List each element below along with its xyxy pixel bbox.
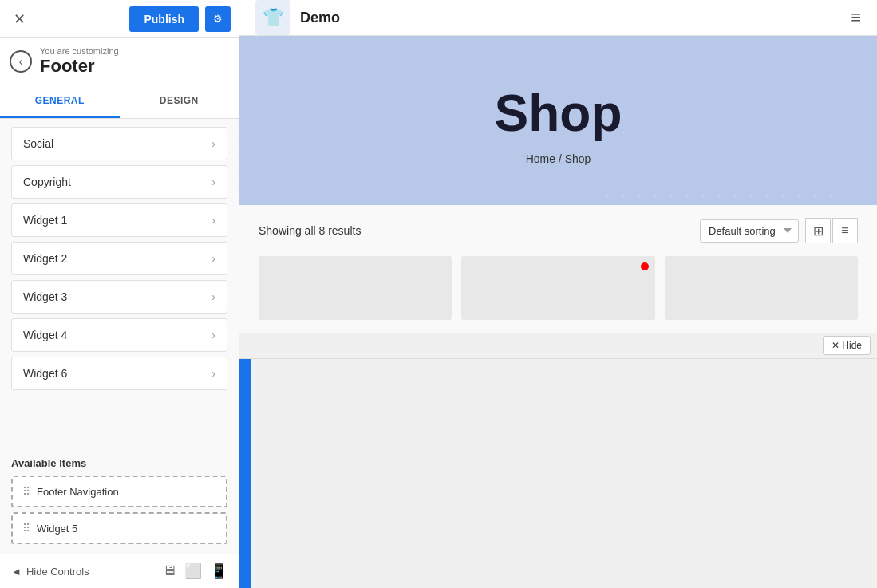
menu-item-widget1[interactable]: Widget 1 › [11, 203, 227, 237]
menu-item-widget3[interactable]: Widget 3 › [11, 280, 227, 314]
footer-row-1: ⚙ ⠿ Widget 4 ⚙ ⬜ ✕ ⠿ Widget 3 ⚙ ⬜ ✕ [239, 358, 877, 588]
view-toggle: ⊞ ≡ [805, 218, 858, 243]
hide-button[interactable]: ✕ Hide [823, 336, 871, 355]
back-button[interactable]: ‹ [10, 50, 32, 73]
menu-item-label: Social [23, 137, 53, 150]
desktop-icon[interactable]: 🖥 [162, 562, 176, 580]
drag-handle-icon: ⠿ [22, 485, 30, 498]
menu-item-widget2[interactable]: Widget 2 › [11, 242, 227, 275]
menu-item-label: Widget 1 [23, 214, 67, 227]
list-view-button[interactable]: ≡ [832, 218, 858, 243]
tabs: GENERAL DESIGN [0, 85, 239, 119]
menu-item-label: Copyright [23, 176, 71, 188]
shop-toolbar: Showing all 8 results Default sorting ⊞ … [259, 218, 858, 243]
hero-title: Shop [255, 84, 861, 143]
logo-icon: 👕 [255, 0, 290, 35]
tab-general[interactable]: GENERAL [0, 85, 120, 118]
back-icon: ‹ [19, 55, 23, 68]
publish-settings-button[interactable]: ⚙ [205, 6, 231, 32]
available-items-title: Available Items [11, 457, 227, 469]
preview-area: 👕 Demo ≡ Shop Home / Shop Showing all 8 … [239, 0, 877, 588]
chevron-right-icon: › [211, 329, 215, 341]
breadcrumb-sub: You are customizing [40, 46, 119, 56]
device-icons: 🖥 ⬜ 📱 [162, 562, 227, 580]
publish-area: Publish ⚙ [129, 6, 231, 32]
available-item-label: Footer Navigation [37, 486, 119, 498]
chevron-right-icon: › [211, 367, 215, 380]
list-icon: ≡ [841, 223, 848, 238]
product-card[interactable] [259, 256, 452, 320]
available-item-label: Widget 5 [37, 523, 77, 535]
available-items-section: Available Items ⠿ Footer Navigation ⠿ Wi… [0, 449, 239, 554]
menu-item-label: Widget 4 [23, 329, 67, 341]
menu-item-label: Widget 6 [23, 367, 67, 380]
close-button[interactable]: ✕ [8, 8, 30, 30]
hide-controls-icon: ◄ [11, 566, 22, 578]
menu-item-widget6[interactable]: Widget 6 › [11, 357, 227, 390]
sort-right: Default sorting ⊞ ≡ [700, 218, 858, 243]
chevron-right-icon: › [211, 290, 215, 303]
publish-button[interactable]: Publish [129, 6, 199, 32]
menu-item-social[interactable]: Social › [11, 127, 227, 160]
footer-widgets-area: ✕ Hide ⚙ ⠿ Widget 4 ⚙ ⬜ ✕ ⠿ Widget 3 ⚙ [239, 333, 877, 588]
top-bar: ✕ Publish ⚙ [0, 0, 239, 38]
available-item-footer-navigation[interactable]: ⠿ Footer Navigation [11, 476, 227, 507]
site-logo: 👕 Demo [255, 0, 340, 35]
menu-item-label: Widget 3 [23, 290, 67, 303]
product-grid [259, 256, 858, 320]
customizer-panel: ✕ Publish ⚙ ‹ You are customizing Footer… [0, 0, 239, 588]
drag-handle-icon: ⠿ [22, 522, 30, 535]
bottom-bar: ◄ Hide Controls 🖥 ⬜ 📱 [0, 554, 239, 588]
product-badge [641, 262, 649, 270]
settings-icon: ⚙ [213, 13, 223, 25]
menu-list: Social › Copyright › Widget 1 › Widget 2… [0, 119, 239, 449]
grid-view-button[interactable]: ⊞ [805, 218, 831, 243]
hero-breadcrumb: Home / Shop [255, 152, 861, 165]
menu-item-copyright[interactable]: Copyright › [11, 165, 227, 199]
footer-row-accent: ⚙ [239, 359, 251, 588]
breadcrumb-bar: ‹ You are customizing Footer [0, 38, 239, 85]
grid-icon: ⊞ [813, 223, 824, 239]
tablet-icon[interactable]: ⬜ [184, 562, 202, 580]
results-text: Showing all 8 results [259, 224, 361, 237]
product-card[interactable] [461, 256, 654, 320]
menu-item-widget4[interactable]: Widget 4 › [11, 318, 227, 352]
chevron-right-icon: › [211, 214, 215, 227]
tab-design[interactable]: DESIGN [120, 85, 239, 118]
chevron-right-icon: › [211, 137, 215, 150]
site-name: Demo [300, 10, 340, 26]
preview-topbar: 👕 Demo ≡ [239, 0, 877, 36]
shop-content: Showing all 8 results Default sorting ⊞ … [239, 205, 877, 333]
breadcrumb-text: You are customizing Footer [40, 46, 119, 77]
hero-banner: Shop Home / Shop [239, 36, 877, 205]
widget-strip-1: ⠿ Widget 4 ⚙ ⬜ ✕ ⠿ Widget 3 ⚙ ⬜ ✕ ⠿ Widg… [251, 359, 877, 588]
breadcrumb-title: Footer [40, 56, 119, 77]
logo-emoji: 👕 [263, 7, 284, 28]
hide-button-row: ✕ Hide [239, 333, 877, 358]
hide-controls-button[interactable]: ◄ Hide Controls [11, 566, 89, 578]
hamburger-icon[interactable]: ≡ [851, 7, 861, 28]
menu-item-label: Widget 2 [23, 252, 67, 265]
sort-select[interactable]: Default sorting [700, 219, 799, 243]
available-item-widget5[interactable]: ⠿ Widget 5 [11, 512, 227, 544]
breadcrumb-home-link[interactable]: Home [526, 152, 555, 165]
product-card[interactable] [665, 256, 858, 320]
gear-icon[interactable]: ⚙ [239, 359, 248, 588]
mobile-icon[interactable]: 📱 [210, 562, 227, 580]
hide-controls-label: Hide Controls [26, 566, 89, 578]
chevron-right-icon: › [211, 176, 215, 188]
breadcrumb-current: Shop [565, 152, 591, 165]
chevron-right-icon: › [211, 252, 215, 265]
